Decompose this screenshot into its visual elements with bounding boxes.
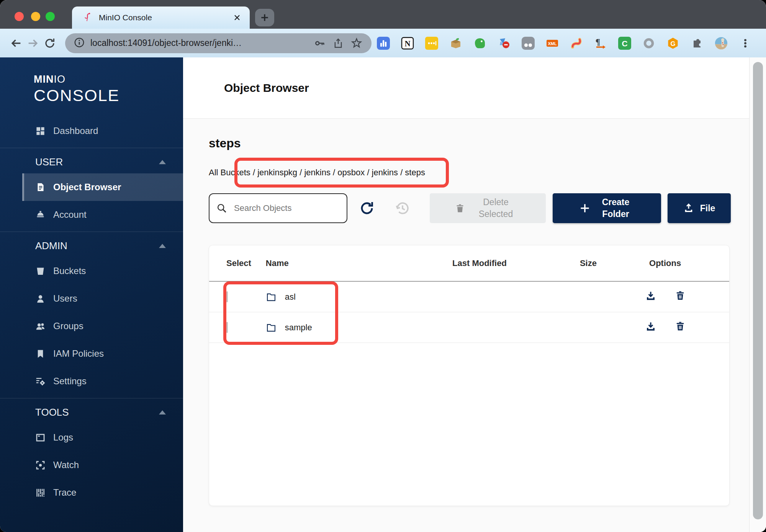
download-icon[interactable] — [645, 290, 656, 304]
browser-menu-kebab-icon[interactable] — [739, 37, 752, 50]
create-folder-button[interactable]: Create Folder — [553, 193, 661, 223]
c-green-extension-icon[interactable]: C — [618, 37, 631, 50]
tab-close-icon[interactable] — [232, 13, 242, 23]
maximize-window-button[interactable] — [46, 12, 55, 21]
scrollbar-thumb[interactable] — [753, 62, 763, 519]
users-group-icon — [35, 321, 46, 331]
browser-toolbar: localhost:14091/object-browser/jenki… N … — [0, 29, 766, 57]
sidebar-item-settings[interactable]: Settings — [0, 367, 183, 395]
table-row[interactable]: asl — [209, 282, 729, 312]
column-name: Name — [266, 258, 401, 268]
url-bar[interactable]: localhost:14091/object-browser/jenki… — [65, 33, 372, 53]
settings-list-gear-icon — [35, 376, 46, 387]
site-info-icon[interactable] — [74, 37, 85, 50]
flamingo-extension-icon[interactable] — [570, 37, 583, 50]
back-icon[interactable] — [8, 35, 25, 52]
dashboard-grid-icon — [35, 126, 46, 136]
forward-icon[interactable] — [25, 35, 41, 52]
url-text[interactable]: localhost:14091/object-browser/jenki… — [90, 38, 308, 48]
delete-selected-label: Delete Selected — [471, 196, 521, 220]
svg-text:N: N — [404, 39, 410, 48]
sidebar-item-account[interactable]: Account — [0, 201, 183, 228]
breadcrumb[interactable]: All Buckets / jenkinspkg / jenkins / ops… — [209, 168, 425, 178]
minio-console-logo: MINIO CONSOLE — [34, 73, 183, 105]
upload-file-button[interactable]: File — [668, 193, 731, 223]
page-header: Object Browser — [183, 57, 749, 119]
browser-tab[interactable]: MinIO Console — [72, 7, 250, 29]
logo-io: IO — [54, 73, 66, 85]
blocker-extension-icon[interactable] — [498, 37, 511, 50]
column-select: Select — [226, 258, 266, 268]
extensions-puzzle-icon[interactable] — [691, 37, 704, 50]
search-box[interactable] — [209, 193, 347, 223]
sidebar-item-trace[interactable]: Trace — [0, 479, 183, 506]
sidebar-item-object-browser[interactable]: Object Browser — [22, 173, 183, 201]
evernote-extension-icon[interactable] — [473, 37, 486, 50]
sidebar-section-admin[interactable]: ADMIN — [0, 234, 183, 257]
paragraph-formatter-extension-icon[interactable]: ¶ — [594, 37, 607, 50]
sidebar-item-iam-policies[interactable]: IAM Policies — [0, 340, 183, 367]
trash-icon — [455, 203, 465, 213]
sidebar-item-dashboard[interactable]: Dashboard — [0, 117, 183, 145]
document-icon — [36, 182, 46, 192]
user-icon — [35, 294, 46, 304]
download-icon[interactable] — [645, 321, 656, 335]
column-options: Options — [618, 258, 712, 268]
password-key-icon[interactable] — [313, 37, 326, 50]
keep-extension-icon[interactable] — [425, 37, 438, 50]
section-label: USER — [35, 156, 63, 168]
minio-console-app: MINIO CONSOLE Dashboard USER Object Brow… — [0, 57, 766, 532]
close-window-button[interactable] — [15, 12, 24, 21]
sidebar-item-buckets[interactable]: Buckets — [0, 257, 183, 285]
svg-text:C: C — [622, 39, 627, 47]
logo-console: CONSOLE — [34, 86, 183, 105]
sidebar-item-label: Settings — [53, 376, 87, 387]
delete-icon[interactable] — [675, 321, 686, 335]
minimize-window-button[interactable] — [31, 12, 40, 21]
delete-selected-button[interactable]: Delete Selected — [430, 193, 546, 223]
sidebar-divider — [0, 398, 183, 398]
column-last-modified: Last Modified — [401, 258, 558, 268]
gray-dots-extension-icon[interactable] — [522, 37, 535, 50]
stats-extension-icon[interactable] — [377, 37, 390, 50]
search-input[interactable] — [233, 203, 333, 214]
row-checkbox[interactable] — [226, 322, 228, 333]
table-row[interactable]: sample — [209, 312, 729, 343]
sidebar-item-watch[interactable]: Watch — [0, 451, 183, 479]
object-name[interactable]: sample — [285, 323, 312, 333]
sidebar-item-users[interactable]: Users — [0, 285, 183, 312]
gray-ring-extension-icon[interactable] — [642, 37, 655, 50]
rewind-history-icon[interactable] — [393, 199, 412, 218]
extensions-strip: N XML ¶ C G — [377, 37, 752, 50]
collapse-arrow-icon — [159, 244, 166, 248]
sidebar-section-user[interactable]: USER — [0, 150, 183, 173]
section-label: TOOLS — [35, 406, 69, 418]
profile-avatar[interactable] — [715, 37, 728, 50]
browser-window: MinIO Console localhost:14091/object-bro… — [0, 0, 766, 532]
sidebar-item-label: Object Browser — [53, 182, 121, 193]
sidebar-item-logs[interactable]: Logs — [0, 424, 183, 451]
g-hexagon-extension-icon[interactable]: G — [666, 37, 679, 50]
trace-bars-icon — [35, 488, 46, 498]
sidebar-item-label: Groups — [53, 321, 83, 331]
collapse-arrow-icon — [159, 160, 166, 164]
delete-icon[interactable] — [675, 290, 686, 304]
row-checkbox[interactable] — [226, 291, 228, 302]
reload-icon[interactable] — [41, 35, 58, 52]
xml-viewer-extension-icon[interactable]: XML — [546, 37, 559, 50]
object-name[interactable]: asl — [285, 292, 296, 302]
sidebar-section-tools[interactable]: TOOLS — [0, 401, 183, 424]
notion-extension-icon[interactable]: N — [401, 37, 414, 50]
bucket-icon — [35, 266, 46, 276]
bookmark-star-icon[interactable] — [350, 37, 363, 50]
sidebar-divider — [0, 148, 183, 148]
svg-text:XML: XML — [548, 41, 557, 46]
refresh-objects-icon[interactable] — [357, 199, 376, 218]
sidebar-item-groups[interactable]: Groups — [0, 312, 183, 340]
sidebar-item-label: Account — [53, 209, 87, 220]
package-extension-icon[interactable] — [449, 37, 462, 50]
share-icon[interactable] — [332, 37, 345, 50]
file-label: File — [700, 203, 715, 214]
logo-min: MIN — [34, 73, 54, 85]
new-tab-button[interactable] — [255, 9, 274, 26]
